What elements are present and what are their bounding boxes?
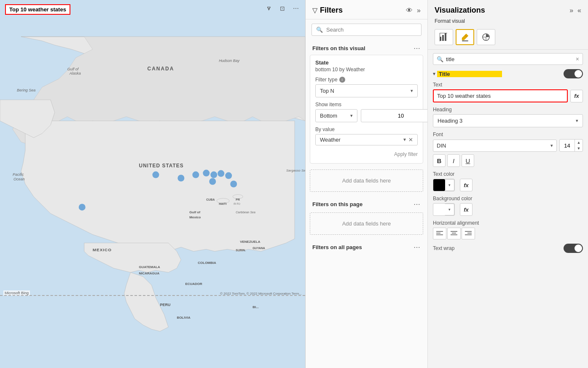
add-data-fields-page[interactable]: Add data fields here [310, 212, 423, 235]
chevron-right-icon[interactable]: » [417, 7, 421, 14]
section-divider-1 [428, 49, 588, 50]
svg-point-31 [177, 175, 184, 182]
svg-text:Sargasso Sea: Sargasso Sea [286, 169, 305, 172]
svg-text:GUATEMALA: GUATEMALA [139, 265, 161, 269]
more-options-icon[interactable]: ⋯ [291, 3, 301, 13]
text-color-row: Text color ▾ fx [433, 171, 583, 191]
viz-collapse-icon[interactable]: « [577, 7, 581, 14]
filters-header-icons: 👁 » [406, 7, 421, 14]
bg-color-swatch[interactable] [433, 204, 445, 215]
align-left-button[interactable] [433, 228, 446, 239]
tab-format-visual[interactable] [456, 29, 474, 45]
text-wrap-row: Text wrap On [433, 244, 583, 253]
eye-icon[interactable]: 👁 [406, 7, 413, 14]
title-section-name: Title [437, 71, 502, 77]
map-svg: Bering Sea Gulf ofAlaska CANADA Hudson B… [0, 0, 305, 368]
focus-icon[interactable]: ⊡ [277, 3, 287, 13]
bold-button[interactable]: B [433, 154, 446, 167]
filter-icon[interactable]: ⛛ [264, 3, 274, 13]
heading-chevron: ▾ [576, 118, 578, 124]
bg-color-fx[interactable]: fx [460, 203, 473, 216]
text-color-fx[interactable]: fx [460, 179, 473, 191]
filters-on-page-more[interactable]: ⋯ [413, 200, 421, 208]
svg-text:Pacific: Pacific [13, 172, 24, 177]
svg-point-36 [225, 172, 232, 179]
align-center-button[interactable] [447, 228, 461, 239]
add-data-fields-visual[interactable]: Add data fields here [310, 169, 423, 192]
text-wrap-label: Text wrap [433, 245, 454, 251]
title-toggle[interactable]: On [564, 69, 583, 78]
by-value-icons: ▾ ✕ [403, 137, 413, 143]
font-size-down[interactable]: ▼ [575, 145, 583, 151]
format-buttons: B I U [433, 154, 583, 167]
font-size-up[interactable]: ▲ [575, 140, 583, 145]
font-chevron: ▾ [550, 143, 553, 148]
apply-filter-button[interactable]: Apply filter [315, 150, 418, 159]
italic-button[interactable]: I [447, 154, 460, 167]
filters-on-page-header: Filters on this page ⋯ [306, 196, 427, 211]
font-value: DIN [437, 142, 446, 149]
text-color-dropdown[interactable]: ▾ [445, 179, 454, 191]
tab-build-visual[interactable] [435, 29, 453, 45]
svg-rect-43 [440, 33, 440, 41]
filters-on-visual-label: Filters on this visual [312, 45, 365, 51]
viz-search-icon: 🔍 [437, 56, 443, 62]
underline-button[interactable]: U [462, 154, 474, 167]
heading-dropdown[interactable]: Heading 3 ▾ [433, 114, 583, 127]
filters-on-visual-header: Filters on this visual ⋯ [306, 40, 427, 55]
viz-search-clear[interactable]: × [576, 56, 579, 62]
map-area: Top 10 weather states ⛛ ⊡ ⋯ Bering Sea G… [0, 0, 306, 368]
svg-text:Gulf of: Gulf of [189, 210, 200, 214]
by-value-field: Weather [320, 137, 403, 143]
show-items-direction-dropdown[interactable]: Bottom ▾ [315, 109, 357, 122]
fx-button[interactable]: fx [570, 90, 583, 102]
filter-search-box[interactable]: 🔍 [311, 24, 422, 36]
title-section-chevron[interactable]: ▾ [433, 71, 435, 77]
text-input[interactable] [433, 89, 568, 102]
text-color-swatch[interactable] [433, 179, 445, 191]
svg-rect-42 [440, 33, 447, 33]
by-value-chevron[interactable]: ▾ [403, 137, 406, 143]
filters-title: Filters [320, 6, 406, 15]
svg-point-35 [217, 170, 224, 177]
font-field-row: Font DIN ▾ 14 ▲ ▼ B I U [433, 132, 583, 167]
format-visual-label: Format visual [428, 18, 588, 27]
font-size-box: 14 ▲ ▼ [559, 139, 583, 152]
filters-all-pages-label: Filters on all pages [312, 244, 362, 250]
svg-text:PERU: PERU [160, 303, 170, 307]
svg-text:UNITED STATES: UNITED STATES [139, 163, 184, 169]
filter-type-label: Filter type i [315, 77, 418, 83]
map-resize-handle[interactable] [0, 295, 305, 298]
svg-text:BI...: BI... [252, 305, 259, 309]
font-row: DIN ▾ 14 ▲ ▼ [433, 139, 583, 152]
svg-text:GUYANA: GUYANA [252, 247, 265, 250]
show-items-count[interactable] [361, 109, 428, 122]
by-value-clear[interactable]: ✕ [408, 137, 413, 143]
svg-text:COLOMBIA: COLOMBIA [198, 261, 216, 265]
text-wrap-toggle[interactable]: On [564, 244, 583, 253]
svg-text:Mexico: Mexico [189, 215, 201, 219]
filter-funnel-icon: ▽ [312, 6, 317, 14]
map-toolbar: ⛛ ⊡ ⋯ [264, 3, 301, 13]
svg-text:(U.S.): (U.S.) [234, 202, 240, 205]
filter-search-input[interactable] [326, 27, 417, 33]
viz-search-box[interactable]: 🔍 × [433, 53, 583, 65]
filters-all-pages-more[interactable]: ⋯ [413, 243, 421, 251]
viz-search-input[interactable] [446, 56, 573, 62]
viz-panel-title: Visualizations [435, 6, 569, 15]
svg-point-29 [79, 204, 86, 210]
tab-analytics[interactable] [477, 29, 495, 45]
direction-chevron: ▾ [350, 113, 353, 118]
filter-type-dropdown[interactable]: Top N ▾ [315, 84, 418, 97]
font-size-value[interactable]: 14 [560, 141, 575, 150]
filters-on-visual-more[interactable]: ⋯ [413, 44, 421, 52]
align-right-button[interactable] [462, 228, 475, 239]
svg-rect-41 [445, 33, 446, 41]
svg-text:ECUADOR: ECUADOR [185, 282, 202, 286]
svg-text:PR: PR [236, 198, 240, 201]
viz-expand-icon[interactable]: » [569, 7, 573, 14]
font-dropdown[interactable]: DIN ▾ [433, 140, 557, 152]
svg-point-30 [153, 172, 159, 178]
svg-text:Ocean: Ocean [13, 177, 24, 182]
bg-color-dropdown[interactable]: ▾ [445, 204, 454, 215]
